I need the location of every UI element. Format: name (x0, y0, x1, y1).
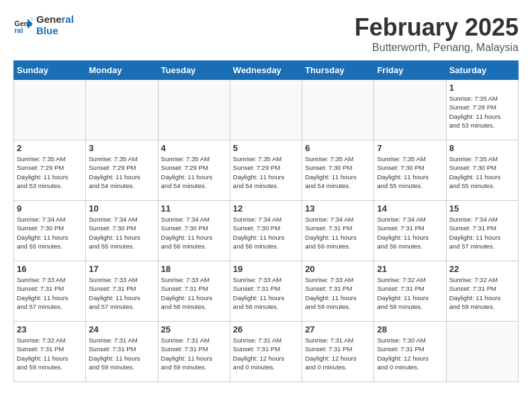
day-number: 28 (377, 324, 443, 334)
day-info: Sunrise: 7:35 AM Sunset: 7:30 PM Dayligh… (377, 154, 443, 190)
day-number: 26 (233, 324, 299, 334)
day-cell: 16Sunrise: 7:33 AM Sunset: 7:31 PM Dayli… (14, 261, 86, 322)
day-number: 20 (305, 264, 371, 274)
day-cell: 8Sunrise: 7:35 AM Sunset: 7:30 PM Daylig… (446, 140, 518, 201)
day-number: 16 (17, 264, 83, 274)
day-cell: 15Sunrise: 7:34 AM Sunset: 7:31 PM Dayli… (446, 201, 518, 261)
day-cell: 11Sunrise: 7:34 AM Sunset: 7:30 PM Dayli… (158, 201, 230, 261)
day-number: 13 (305, 203, 371, 214)
day-info: Sunrise: 7:34 AM Sunset: 7:30 PM Dayligh… (89, 215, 154, 250)
day-cell (230, 80, 302, 140)
day-number: 8 (449, 143, 515, 153)
day-cell: 23Sunrise: 7:32 AM Sunset: 7:31 PM Dayli… (14, 322, 86, 382)
day-info: Sunrise: 7:33 AM Sunset: 7:31 PM Dayligh… (17, 275, 83, 311)
day-info: Sunrise: 7:32 AM Sunset: 7:31 PM Dayligh… (17, 336, 83, 371)
day-info: Sunrise: 7:31 AM Sunset: 7:31 PM Dayligh… (161, 336, 227, 371)
day-number: 14 (377, 203, 443, 214)
header-monday: Monday (86, 61, 158, 80)
day-number: 25 (161, 324, 227, 334)
week-row-0: 1Sunrise: 7:35 AM Sunset: 7:28 PM Daylig… (14, 80, 519, 140)
day-info: Sunrise: 7:34 AM Sunset: 7:30 PM Dayligh… (233, 215, 299, 250)
day-cell: 9Sunrise: 7:34 AM Sunset: 7:30 PM Daylig… (14, 201, 86, 261)
day-info: Sunrise: 7:35 AM Sunset: 7:29 PM Dayligh… (161, 154, 227, 190)
day-cell: 26Sunrise: 7:31 AM Sunset: 7:31 PM Dayli… (230, 322, 302, 382)
day-number: 17 (89, 264, 154, 274)
week-row-2: 9Sunrise: 7:34 AM Sunset: 7:30 PM Daylig… (14, 201, 519, 261)
day-number: 15 (449, 203, 515, 214)
day-cell (158, 80, 230, 140)
header-sunday: Sunday (14, 61, 86, 80)
day-number: 2 (17, 143, 83, 153)
day-number: 23 (17, 324, 83, 334)
title-section: February 2025 Butterworth, Penang, Malay… (355, 13, 519, 54)
day-cell (374, 80, 446, 140)
header: Gene ral General Blue February 2025 Butt… (13, 13, 519, 54)
day-info: Sunrise: 7:33 AM Sunset: 7:31 PM Dayligh… (305, 275, 371, 311)
day-number: 24 (89, 324, 154, 334)
day-number: 12 (233, 203, 299, 214)
day-number: 4 (161, 143, 227, 153)
day-info: Sunrise: 7:33 AM Sunset: 7:31 PM Dayligh… (161, 275, 227, 311)
day-info: Sunrise: 7:34 AM Sunset: 7:31 PM Dayligh… (377, 215, 443, 250)
week-row-1: 2Sunrise: 7:35 AM Sunset: 7:29 PM Daylig… (14, 140, 519, 201)
day-cell: 2Sunrise: 7:35 AM Sunset: 7:29 PM Daylig… (14, 140, 86, 201)
day-cell: 12Sunrise: 7:34 AM Sunset: 7:30 PM Dayli… (230, 201, 302, 261)
calendar-table: Sunday Monday Tuesday Wednesday Thursday… (13, 60, 519, 382)
day-info: Sunrise: 7:34 AM Sunset: 7:30 PM Dayligh… (17, 215, 83, 250)
day-cell: 6Sunrise: 7:35 AM Sunset: 7:30 PM Daylig… (302, 140, 374, 201)
day-info: Sunrise: 7:31 AM Sunset: 7:31 PM Dayligh… (305, 336, 371, 371)
day-number: 22 (449, 264, 515, 274)
day-cell: 4Sunrise: 7:35 AM Sunset: 7:29 PM Daylig… (158, 140, 230, 201)
logo-icon: Gene ral (13, 15, 34, 35)
day-info: Sunrise: 7:35 AM Sunset: 7:29 PM Dayligh… (233, 154, 299, 190)
day-cell: 20Sunrise: 7:33 AM Sunset: 7:31 PM Dayli… (302, 261, 374, 322)
day-cell (446, 322, 518, 382)
day-cell: 24Sunrise: 7:31 AM Sunset: 7:31 PM Dayli… (86, 322, 158, 382)
svg-text:ral: ral (15, 26, 24, 34)
logo: Gene ral General Blue (13, 13, 74, 36)
day-info: Sunrise: 7:35 AM Sunset: 7:30 PM Dayligh… (305, 154, 371, 190)
day-number: 6 (305, 143, 371, 153)
day-number: 18 (161, 264, 227, 274)
day-number: 1 (449, 83, 515, 93)
day-info: Sunrise: 7:33 AM Sunset: 7:31 PM Dayligh… (89, 275, 154, 311)
day-info: Sunrise: 7:35 AM Sunset: 7:30 PM Dayligh… (449, 154, 515, 190)
logo-line1: General (36, 13, 74, 25)
day-info: Sunrise: 7:34 AM Sunset: 7:30 PM Dayligh… (161, 215, 227, 250)
day-number: 7 (377, 143, 443, 153)
day-cell: 21Sunrise: 7:32 AM Sunset: 7:31 PM Dayli… (374, 261, 446, 322)
week-row-3: 16Sunrise: 7:33 AM Sunset: 7:31 PM Dayli… (14, 261, 519, 322)
day-info: Sunrise: 7:35 AM Sunset: 7:28 PM Dayligh… (449, 94, 515, 130)
day-info: Sunrise: 7:32 AM Sunset: 7:31 PM Dayligh… (449, 275, 515, 311)
day-cell: 22Sunrise: 7:32 AM Sunset: 7:31 PM Dayli… (446, 261, 518, 322)
header-wednesday: Wednesday (230, 61, 302, 80)
day-number: 10 (89, 203, 154, 214)
day-number: 21 (377, 264, 443, 274)
day-cell: 14Sunrise: 7:34 AM Sunset: 7:31 PM Dayli… (374, 201, 446, 261)
day-cell (14, 80, 86, 140)
header-friday: Friday (374, 61, 446, 80)
day-info: Sunrise: 7:35 AM Sunset: 7:29 PM Dayligh… (17, 154, 83, 190)
day-cell: 27Sunrise: 7:31 AM Sunset: 7:31 PM Dayli… (302, 322, 374, 382)
day-number: 5 (233, 143, 299, 153)
day-cell: 17Sunrise: 7:33 AM Sunset: 7:31 PM Dayli… (86, 261, 158, 322)
day-cell: 10Sunrise: 7:34 AM Sunset: 7:30 PM Dayli… (86, 201, 158, 261)
day-number: 9 (17, 203, 83, 214)
day-cell (86, 80, 158, 140)
day-info: Sunrise: 7:30 AM Sunset: 7:31 PM Dayligh… (377, 336, 443, 371)
day-number: 19 (233, 264, 299, 274)
day-cell: 28Sunrise: 7:30 AM Sunset: 7:31 PM Dayli… (374, 322, 446, 382)
calendar-subtitle: Butterworth, Penang, Malaysia (355, 42, 519, 54)
day-info: Sunrise: 7:34 AM Sunset: 7:31 PM Dayligh… (449, 215, 515, 250)
day-info: Sunrise: 7:35 AM Sunset: 7:29 PM Dayligh… (89, 154, 154, 190)
day-cell: 18Sunrise: 7:33 AM Sunset: 7:31 PM Dayli… (158, 261, 230, 322)
day-number: 3 (89, 143, 154, 153)
day-info: Sunrise: 7:33 AM Sunset: 7:31 PM Dayligh… (233, 275, 299, 311)
day-cell: 19Sunrise: 7:33 AM Sunset: 7:31 PM Dayli… (230, 261, 302, 322)
day-cell: 25Sunrise: 7:31 AM Sunset: 7:31 PM Dayli… (158, 322, 230, 382)
day-info: Sunrise: 7:31 AM Sunset: 7:31 PM Dayligh… (233, 336, 299, 371)
day-cell: 13Sunrise: 7:34 AM Sunset: 7:31 PM Dayli… (302, 201, 374, 261)
calendar-title: February 2025 (355, 13, 519, 42)
header-thursday: Thursday (302, 61, 374, 80)
header-row: Sunday Monday Tuesday Wednesday Thursday… (14, 61, 519, 80)
